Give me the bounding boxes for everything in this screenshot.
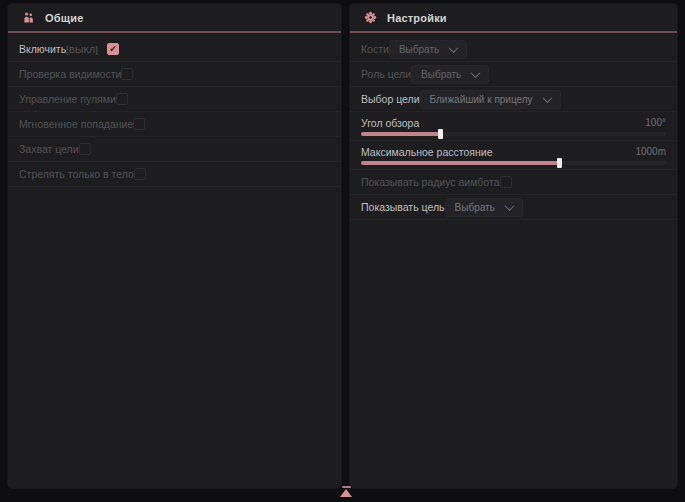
setting-row: Показывать радиус аимбота (350, 170, 677, 195)
chevron-down-icon (542, 93, 552, 103)
slider-thumb[interactable] (557, 158, 562, 168)
dropdown-value: Выбрать (399, 44, 439, 55)
slider-fill (361, 132, 440, 136)
setting-row: Проверка видимости (8, 62, 341, 87)
panel-general: Общие Включить[ВЫКЛ]✔Проверка видимостиУ… (8, 4, 341, 488)
panel-general-title: Общие (45, 12, 84, 24)
setting-row: Максимальное расстояние1000m (350, 141, 677, 170)
setting-label: Роль цели (361, 68, 411, 80)
slider[interactable] (361, 132, 666, 136)
setting-label: Захват цели (19, 143, 79, 155)
setting-label: Кости (361, 43, 389, 55)
dropdown-value: Выбрать (421, 69, 461, 80)
slider-value: 1000m (635, 146, 666, 157)
setting-row: Управление пулями (8, 87, 341, 112)
checkbox[interactable] (79, 143, 91, 155)
setting-row: Угол обзора100° (350, 112, 677, 141)
setting-row: Показывать цельВыбрать (350, 195, 677, 220)
dropdown-value: Ближайший к прицелу (430, 94, 533, 105)
setting-row: Выбор целиБлижайший к прицелу (350, 87, 677, 112)
setting-row: Мгновенное попадание (8, 112, 341, 137)
setting-label: Максимальное расстояние (361, 146, 635, 158)
checkbox[interactable]: ✔ (107, 43, 119, 55)
general-rows: Включить[ВЫКЛ]✔Проверка видимостиУправле… (8, 33, 341, 187)
hotkey-badge: [ВЫКЛ] (66, 44, 98, 55)
panel-settings-header: Настройки (350, 4, 677, 31)
setting-row: Включить[ВЫКЛ]✔ (8, 37, 341, 62)
panel-settings-title: Настройки (387, 12, 447, 24)
checkbox[interactable] (116, 93, 128, 105)
settings-rows: КостиВыбратьРоль целиВыбратьВыбор целиБл… (350, 33, 677, 220)
checkbox[interactable] (133, 118, 145, 130)
setting-row: КостиВыбрать (350, 37, 677, 62)
chevron-down-icon (471, 68, 481, 78)
checkbox[interactable] (121, 68, 133, 80)
setting-row: Роль целиВыбрать (350, 62, 677, 87)
gear-icon (363, 10, 378, 25)
slider-thumb[interactable] (438, 129, 443, 139)
dropdown[interactable]: Выбрать (389, 40, 467, 59)
setting-label: Проверка видимости (19, 68, 121, 80)
menu-collapse-handle[interactable] (338, 486, 354, 500)
dropdown[interactable]: Ближайший к прицелу (420, 90, 561, 109)
panel-general-header: Общие (8, 4, 341, 31)
setting-label: Стрелять только в тело (19, 168, 134, 180)
setting-label: Угол обзора (361, 117, 645, 129)
dropdown[interactable]: Выбрать (445, 198, 523, 217)
slider-fill (361, 161, 559, 165)
setting-label: Выбор цели (361, 93, 420, 105)
checkbox[interactable] (134, 168, 146, 180)
handle-bar (342, 486, 351, 488)
cheat-menu-overlay: Общие Включить[ВЫКЛ]✔Проверка видимостиУ… (0, 0, 685, 502)
setting-label: Показывать цель (361, 201, 445, 213)
dropdown-value: Выбрать (455, 202, 495, 213)
setting-row: Захват цели (8, 137, 341, 162)
collapse-arrow-icon (340, 489, 352, 497)
chevron-down-icon (504, 201, 514, 211)
users-icon (21, 10, 36, 25)
setting-label: Мгновенное попадание (19, 118, 133, 130)
setting-label: Включить (19, 43, 66, 55)
setting-label: Показывать радиус аимбота (361, 176, 500, 188)
setting-label: Управление пулями (19, 93, 116, 105)
setting-row: Стрелять только в тело (8, 162, 341, 187)
chevron-down-icon (449, 43, 459, 53)
checkbox[interactable] (500, 176, 512, 188)
slider-value: 100° (645, 117, 666, 128)
panel-settings: Настройки КостиВыбратьРоль целиВыбратьВы… (350, 4, 677, 488)
dropdown[interactable]: Выбрать (411, 65, 489, 84)
slider[interactable] (361, 161, 666, 165)
